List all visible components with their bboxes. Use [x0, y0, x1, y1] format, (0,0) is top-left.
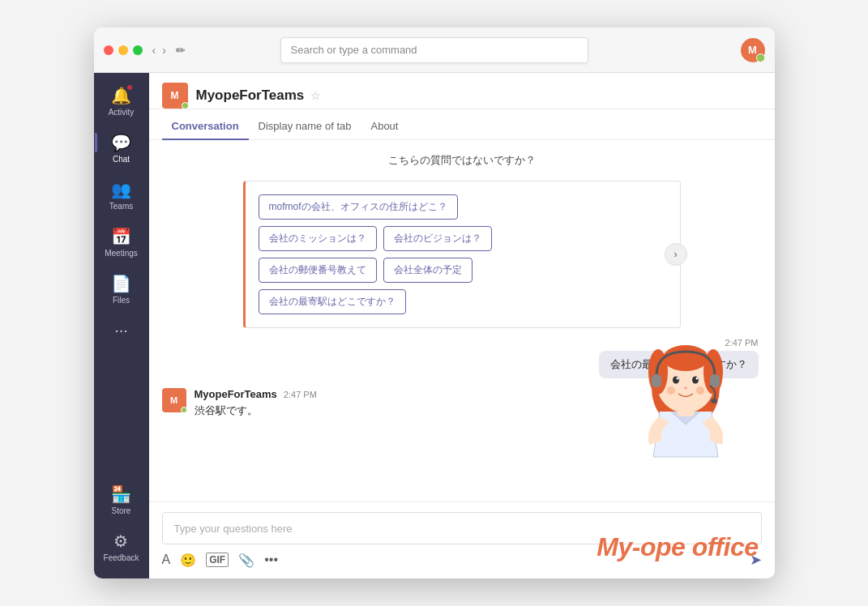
content-area: M MyopeForTeams ☆ Conversation Display n…	[149, 73, 775, 578]
card-next-arrow[interactable]: ›	[665, 243, 687, 266]
sidebar-item-chat[interactable]: 💬 Chat	[94, 126, 149, 170]
bot-name: MyopeForTeams	[195, 388, 277, 400]
suggestion-row-4: 会社の最寄駅はどこですか？	[259, 289, 667, 314]
tab-about[interactable]: About	[361, 113, 408, 140]
suggestion-btn-6[interactable]: 会社の最寄駅はどこですか？	[259, 289, 406, 314]
sidebar-label-teams: Teams	[109, 202, 133, 211]
meetings-icon: 📅	[111, 227, 131, 246]
gif-icon[interactable]: GIF	[206, 553, 229, 567]
bot-online-indicator	[181, 407, 187, 413]
bot-message-wrap: M MyopeForTeams 2:47 PM 渋谷駅です。	[162, 388, 762, 418]
chat-icon: 💬	[111, 133, 131, 152]
sidebar-item-store[interactable]: 🏪 Store	[100, 478, 143, 522]
user-message-bubble: 会社の最寄駅はどこですか？	[599, 351, 759, 378]
channel-header: M MyopeForTeams ☆	[149, 73, 775, 109]
bot-avatar-text: M	[170, 395, 177, 405]
sidebar: 🔔 Activity 💬 Chat 👥 Teams 📅 Meetings 📄 F…	[94, 73, 149, 578]
sidebar-item-files[interactable]: 📄 Files	[94, 267, 149, 311]
suggestion-btn-4[interactable]: 会社の郵便番号教えて	[259, 258, 377, 283]
tabs: Conversation Display name of tab About	[149, 113, 775, 140]
tab-displayname[interactable]: Display name of tab	[249, 113, 361, 140]
suggestion-btn-5[interactable]: 会社全体の予定	[383, 258, 472, 283]
user-message-time: 2:47 PM	[725, 338, 759, 348]
search-placeholder: Search or type a command	[291, 44, 417, 56]
tab-conversation[interactable]: Conversation	[162, 113, 249, 140]
suggestion-row-1: mofmofの会社、オフィスの住所はどこ？	[259, 194, 667, 220]
sidebar-item-activity[interactable]: 🔔 Activity	[94, 79, 149, 123]
suggestion-card: mofmofの会社、オフィスの住所はどこ？ 会社のミッションは？ 会社のビジョン…	[243, 181, 681, 328]
close-button[interactable]	[104, 45, 113, 55]
suggestion-buttons: mofmofの会社、オフィスの住所はどこ？ 会社のミッションは？ 会社のビジョン…	[259, 194, 667, 314]
suggestion-row-3: 会社の郵便番号教えて 会社全体の予定	[259, 258, 667, 283]
sidebar-label-feedback: Feedback	[104, 553, 139, 562]
suggestion-btn-3[interactable]: 会社のビジョンは？	[383, 226, 492, 251]
bot-time: 2:47 PM	[284, 390, 317, 399]
star-icon[interactable]: ☆	[310, 89, 321, 102]
navigation-controls: ‹ › ✏	[152, 44, 186, 57]
search-bar[interactable]: Search or type a command	[280, 37, 588, 63]
sidebar-item-more[interactable]: ···	[94, 314, 149, 346]
bot-message-content: MyopeForTeams 2:47 PM 渋谷駅です。	[195, 388, 317, 418]
input-placeholder: Type your questions here	[174, 523, 293, 535]
suggestion-btn-2[interactable]: 会社のミッションは？	[259, 226, 377, 251]
maximize-button[interactable]	[133, 45, 143, 55]
traffic-lights	[104, 45, 143, 55]
channel-avatar: M	[162, 83, 188, 109]
user-message-wrap: 2:47 PM 会社の最寄駅はどこですか？	[162, 338, 762, 378]
sidebar-item-feedback[interactable]: ⚙ Feedback	[100, 525, 143, 569]
sidebar-label-meetings: Meetings	[105, 249, 138, 258]
more-icon: ···	[114, 321, 128, 339]
sidebar-label-chat: Chat	[113, 155, 130, 164]
bot-text: 渋谷駅です。	[195, 403, 317, 418]
input-area: Type your questions here A 🙂 GIF 📎 ••• ➤	[149, 501, 775, 578]
online-indicator	[182, 102, 189, 109]
compose-icon[interactable]: ✏	[176, 44, 186, 57]
send-button[interactable]: ➤	[750, 551, 762, 569]
minimize-button[interactable]	[118, 45, 128, 55]
channel-avatar-text: M	[171, 90, 179, 101]
title-bar: ‹ › ✏ Search or type a command M	[94, 28, 775, 73]
emoji-icon[interactable]: 🙂	[180, 553, 196, 568]
bot-avatar: M	[162, 388, 186, 412]
chat-area: こちらの質問ではないですか？ mofmofの会社、オフィスの住所はどこ？ 会社の…	[149, 140, 775, 501]
user-message-text: 会社の最寄駅はどこですか？	[610, 358, 747, 370]
back-button[interactable]: ‹	[152, 44, 156, 57]
sticker-icon[interactable]: 📎	[238, 553, 254, 568]
sidebar-label-files: Files	[113, 296, 130, 305]
channel-title: MyopeForTeams	[196, 87, 305, 104]
sidebar-item-teams[interactable]: 👥 Teams	[94, 173, 149, 217]
feedback-icon: ⚙	[113, 531, 128, 551]
format-icon[interactable]: A	[162, 553, 171, 567]
input-toolbar: A 🙂 GIF 📎 ••• ➤	[162, 551, 762, 569]
message-input[interactable]: Type your questions here	[162, 512, 762, 544]
store-icon: 🏪	[111, 484, 131, 504]
activity-icon: 🔔	[111, 86, 131, 105]
intro-text: こちらの質問ではないですか？	[162, 153, 762, 168]
more-options-icon[interactable]: •••	[264, 553, 278, 567]
files-icon: 📄	[111, 274, 131, 293]
sidebar-label-store: Store	[112, 506, 131, 515]
sidebar-item-meetings[interactable]: 📅 Meetings	[94, 220, 149, 264]
sidebar-label-activity: Activity	[109, 108, 135, 117]
bot-message-meta: MyopeForTeams 2:47 PM	[195, 388, 317, 400]
forward-button[interactable]: ›	[162, 44, 166, 57]
app-body: 🔔 Activity 💬 Chat 👥 Teams 📅 Meetings 📄 F…	[94, 73, 775, 578]
suggestion-card-wrapper: mofmofの会社、オフィスの住所はどこ？ 会社のミッションは？ 会社のビジョン…	[243, 181, 681, 328]
teams-icon: 👥	[111, 180, 131, 199]
user-avatar[interactable]: M	[741, 38, 765, 62]
suggestion-row-2: 会社のミッションは？ 会社のビジョンは？	[259, 226, 667, 251]
suggestion-btn-1[interactable]: mofmofの会社、オフィスの住所はどこ？	[259, 194, 458, 220]
notification-dot	[126, 84, 133, 91]
sidebar-bottom: 🏪 Store ⚙ Feedback	[100, 478, 143, 578]
